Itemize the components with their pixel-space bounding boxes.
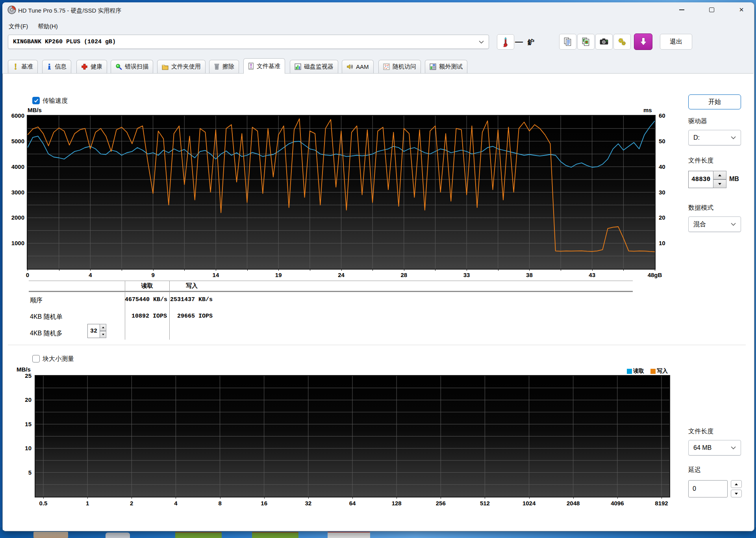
start-button[interactable]: 开始	[688, 94, 741, 109]
arrow-down-icon	[735, 493, 738, 495]
y-axis-tick-label: 2000	[4, 214, 24, 221]
tabstrip-baseline	[3, 73, 753, 74]
legend-read-swatch	[627, 369, 632, 374]
chevron-down-icon	[479, 41, 484, 44]
copy-image-button[interactable]	[577, 34, 595, 50]
tab-erase[interactable]: 擦除	[209, 60, 239, 73]
desktop-icon-fragment[interactable]	[252, 532, 298, 538]
chevron-down-icon	[731, 446, 736, 449]
x-axis-tick-label: 4	[162, 500, 189, 507]
legend-write-label: 写入	[657, 368, 668, 375]
desktop-icon-fragment[interactable]	[33, 532, 68, 538]
x-axis-tick-label: 32	[295, 500, 322, 507]
delay-value: 0	[693, 485, 696, 492]
hdtune-logo-icon	[7, 5, 17, 15]
desktop-icon-fragment[interactable]	[175, 532, 222, 538]
temperature-dash: —	[515, 37, 523, 46]
axis-tick	[352, 497, 353, 499]
erase-icon	[214, 63, 220, 70]
axis-tick	[467, 269, 467, 271]
x-axis-tick-label: 19	[267, 272, 290, 278]
table-rule-header	[29, 291, 633, 292]
column-header-read: 读取	[125, 282, 169, 290]
x-axis-tick-label: 24	[330, 272, 353, 278]
transfer-speed-label: 传输速度	[43, 97, 68, 105]
desktop-icon-fragment[interactable]	[328, 532, 370, 538]
transfer-speed-checkbox[interactable]	[32, 97, 40, 104]
health-icon	[81, 63, 88, 70]
tab-aam[interactable]: AAM	[342, 60, 374, 73]
tab-info[interactable]: 信息	[42, 60, 71, 73]
sequential-write-value: 2531437 KB/s	[170, 296, 213, 303]
file-length-unit: MB	[729, 176, 739, 183]
thermometer-icon	[502, 37, 509, 47]
tab-random-access[interactable]: 随机访问	[378, 60, 421, 73]
tab-extra-tests[interactable]: 额外测试	[425, 60, 467, 73]
axis-tick	[498, 269, 498, 271]
axis-tick	[623, 269, 624, 271]
tab-label: 错误扫描	[125, 63, 148, 70]
tab-benchmark[interactable]: 基准	[8, 60, 38, 73]
x-axis-tick-label: 43	[580, 272, 604, 278]
tab-file-benchmark[interactable]: 文件基准	[243, 58, 285, 74]
x-axis-tick-label: 9	[141, 272, 165, 278]
minimize-button[interactable]	[671, 4, 692, 16]
spin-down-button[interactable]	[100, 331, 106, 338]
tab-label: 额外测试	[439, 63, 463, 70]
tab-disk-monitor[interactable]: 磁盘监视器	[290, 60, 338, 73]
x-axis-tick-label: 38	[517, 272, 541, 278]
chevron-down-icon	[731, 223, 736, 226]
transfer-speed-chart	[27, 115, 656, 270]
tab-health[interactable]: 健康	[76, 60, 107, 73]
close-button[interactable]: ✕	[731, 4, 752, 16]
screenshot-button[interactable]	[595, 34, 613, 50]
settings-button[interactable]	[613, 34, 631, 50]
tab-label: 磁盘监视器	[304, 63, 334, 70]
queue-depth-input[interactable]: 32	[87, 324, 100, 338]
column-header-write: 写入	[169, 282, 214, 290]
folder-usage-icon	[162, 64, 169, 70]
x-axis-tick-label: 14	[204, 272, 228, 278]
block-file-length-dropdown[interactable]: 64 MB	[688, 440, 741, 456]
temperature-button[interactable]	[497, 34, 514, 50]
exit-button[interactable]: 退出	[660, 34, 692, 50]
axis-tick	[404, 269, 404, 271]
x-axis-tick-label: 2	[118, 500, 145, 507]
block-size-checkbox[interactable]	[32, 355, 40, 362]
delay-input[interactable]: 0	[688, 480, 728, 497]
file-length-input[interactable]: 48830	[688, 171, 713, 188]
delay-spin-down-button[interactable]	[731, 490, 742, 497]
arrow-down-icon	[718, 183, 721, 185]
tab-label: 擦除	[222, 63, 234, 70]
save-results-button[interactable]	[634, 33, 652, 50]
row-label-4kb-random-single: 4KB 随机单	[30, 313, 63, 321]
tab-folder-usage[interactable]: 文件夹使用	[157, 60, 206, 73]
menu-file[interactable]: 文件(F)	[6, 22, 30, 31]
delay-spin-up-button[interactable]	[731, 480, 742, 488]
copy-text-button[interactable]	[559, 34, 576, 50]
spin-down-button[interactable]	[713, 179, 726, 188]
arrow-down-icon	[102, 334, 104, 335]
axis-tick	[122, 269, 122, 271]
axis-tick	[341, 269, 342, 271]
tab-error-scan[interactable]: 错误扫描	[111, 60, 153, 73]
temperature-unit: 鈩	[528, 38, 534, 47]
sequential-read-value: 4675440 KB/s	[125, 296, 167, 303]
menu-help[interactable]: 帮助(H)	[35, 22, 60, 31]
spin-up-button[interactable]	[713, 171, 726, 179]
block-size-chart	[35, 375, 670, 497]
check-icon	[34, 99, 39, 103]
random-single-write-value: 29665 IOPS	[170, 313, 213, 320]
y-axis-tick-label: 6000	[4, 112, 24, 119]
queue-depth-spinner[interactable]	[100, 324, 106, 338]
disk-monitor-icon	[295, 63, 301, 70]
maximize-button[interactable]	[701, 4, 722, 16]
spin-up-button[interactable]	[100, 324, 106, 331]
axis-tick	[529, 497, 530, 499]
download-arrow-icon	[639, 37, 648, 46]
drive-selector[interactable]: KINGBANK KP260 PLUS (1024 gB)	[8, 35, 489, 49]
desktop-icon-fragment[interactable]	[106, 532, 130, 538]
data-mode-dropdown[interactable]: 混合	[688, 216, 741, 232]
drive-dropdown[interactable]: D:	[688, 130, 741, 146]
file-length-spinner[interactable]	[713, 171, 726, 188]
